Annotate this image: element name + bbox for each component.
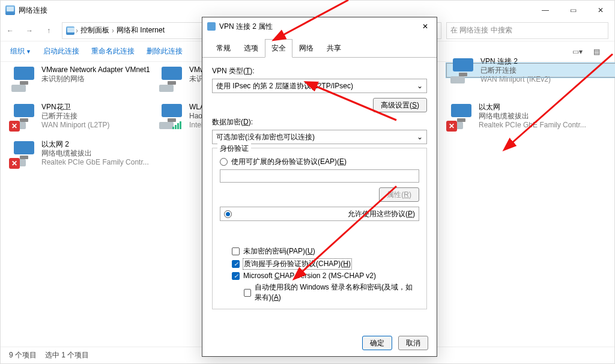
maximize-button[interactable]: ▭ — [559, 1, 587, 20]
item-status: 未识别的网络 — [41, 74, 151, 83]
item-name: VMware Network Adapter VMnet1 — [41, 65, 151, 74]
item-status: 已断开连接 — [41, 112, 151, 121]
item-device: WAN Miniport (IKEv2) — [480, 75, 615, 84]
vpn-type-select[interactable]: 使用 IPsec 的第 2 层隧道协议(L2TP/IPsec) ⌄ — [212, 79, 427, 93]
dialog-title-bar: VPN 连接 2 属性 ✕ — [202, 17, 437, 35]
item-count: 9 个项目 — [9, 350, 37, 360]
connection-item[interactable]: ✕ 以太网 2 网络电缆被拔出 Realtek PCIe GbE Family … — [9, 138, 153, 172]
item-device: Realtek PCIe GbE Family Contr... — [479, 121, 588, 130]
auth-legend: 身份验证 — [217, 144, 251, 154]
connection-icon — [159, 65, 186, 92]
tab-security[interactable]: 安全 — [265, 39, 292, 58]
dialog-title: VPN 连接 2 属性 — [219, 22, 273, 32]
item-name: VPN 连接 2 — [480, 57, 615, 66]
advanced-settings-button[interactable]: 高级设置(S) — [373, 98, 427, 112]
item-device: Realtek PCIe GbE Family Contr... — [41, 158, 151, 167]
item-status: 已断开连接 — [480, 66, 615, 75]
item-name: 以太网 — [479, 103, 588, 112]
item-name: 以太网 2 — [41, 140, 151, 149]
sep-icon: › — [112, 26, 114, 35]
tab-network[interactable]: 网络 — [292, 39, 320, 58]
encryption-select[interactable]: 可选加密(没有加密也可以连接) ⌄ — [212, 130, 427, 144]
search-placeholder: 在 网络连接 中搜索 — [450, 25, 512, 35]
tab-strip: 常规 选项 安全 网络 共享 — [202, 39, 437, 58]
chap-checkbox[interactable]: 质询握手身份验证协议(CHAP)(H) — [232, 259, 419, 269]
cancel-button[interactable]: 取消 — [398, 336, 428, 350]
selected-count: 选中 1 个项目 — [45, 350, 89, 360]
auth-fieldset: 身份验证 使用可扩展的身份验证协议(EAP)(E) 属性(R) 允许使用这些协议… — [212, 148, 427, 309]
window-title: 网络连接 — [19, 5, 47, 16]
search-input[interactable]: 在 网络连接 中搜索 — [446, 22, 608, 39]
mschap-checkbox[interactable]: Microsoft CHAP Version 2 (MS-CHAP v2) — [232, 271, 419, 280]
chevron-down-icon: ⌄ — [417, 133, 423, 141]
connection-item[interactable]: ✕ 以太网 网络电缆被拔出 Realtek PCIe GbE Family Co… — [446, 100, 590, 135]
breadcrumb-control-panel[interactable]: 控制面板 — [80, 25, 109, 35]
encryption-value: 可选加密(没有加密也可以连接) — [216, 132, 315, 142]
delete-connection[interactable]: 删除此连接 — [147, 46, 183, 56]
minimize-button[interactable]: — — [532, 1, 559, 20]
eap-properties-button: 属性(R) — [379, 187, 419, 202]
eap-method-select — [220, 169, 419, 183]
vpn-type-label: VPN 类型(T): — [212, 66, 427, 76]
ok-button[interactable]: 确定 — [362, 336, 392, 350]
vpn-type-value: 使用 IPsec 的第 2 层隧道协议(L2TP/IPsec) — [216, 81, 353, 91]
allow-protocols-radio[interactable]: 允许使用这些协议(P) — [220, 207, 419, 221]
breadcrumb-network-internet[interactable]: 网络和 Internet — [117, 25, 165, 35]
sep-icon: › — [76, 26, 78, 35]
item-device: WAN Miniport (L2TP) — [41, 121, 151, 130]
properties-dialog: VPN 连接 2 属性 ✕ 常规 选项 安全 网络 共享 VPN 类型(T): … — [202, 17, 437, 357]
connection-item[interactable]: ✕ VPN花卫 已断开连接 WAN Miniport (L2TP) — [9, 100, 153, 135]
chevron-down-icon: ⌄ — [417, 82, 423, 90]
auto-windows-logon-checkbox[interactable]: 自动使用我的 Windows 登录名称和密码(及域，如果有)(A) — [244, 282, 419, 303]
connection-item[interactable]: VPN 连接 2 已断开连接 WAN Miniport (IKEv2) — [446, 63, 615, 77]
item-name: VPN花卫 — [41, 103, 151, 112]
tab-options[interactable]: 选项 — [237, 39, 265, 58]
address-icon — [66, 26, 74, 35]
connection-icon: ✕ — [11, 103, 38, 129]
tab-sharing[interactable]: 共享 — [320, 39, 348, 58]
connection-icon — [11, 65, 38, 92]
item-status: 网络电缆被拔出 — [41, 149, 151, 158]
connection-icon: ✕ — [11, 140, 38, 166]
dialog-body: VPN 类型(T): 使用 IPsec 的第 2 层隧道协议(L2TP/IPse… — [202, 58, 437, 309]
app-icon — [5, 5, 15, 15]
connection-icon: ✕ — [449, 103, 475, 129]
organize-menu[interactable]: 组织▼ — [10, 46, 31, 56]
connection-icon — [159, 103, 186, 129]
item-status: 网络电缆被拔出 — [479, 112, 588, 121]
encryption-label: 数据加密(D): — [212, 117, 427, 127]
tab-general[interactable]: 常规 — [210, 39, 237, 58]
start-connection[interactable]: 启动此连接 — [43, 46, 79, 56]
connection-item[interactable]: VMware Network Adapter VMnet1 未识别的网络 — [9, 63, 153, 98]
pap-checkbox[interactable]: 未加密的密码(PAP)(U) — [232, 246, 419, 256]
dialog-close-button[interactable]: ✕ — [416, 19, 434, 34]
rename-connection[interactable]: 重命名此连接 — [91, 46, 135, 56]
forward-button[interactable]: → — [20, 22, 39, 39]
eap-radio[interactable]: 使用可扩展的身份验证协议(EAP)(E) — [220, 157, 419, 167]
connection-icon — [450, 57, 477, 83]
close-button[interactable]: ✕ — [587, 1, 614, 20]
up-button[interactable]: ↑ — [39, 22, 58, 39]
dialog-icon — [207, 22, 216, 31]
back-button[interactable]: ← — [1, 22, 20, 39]
